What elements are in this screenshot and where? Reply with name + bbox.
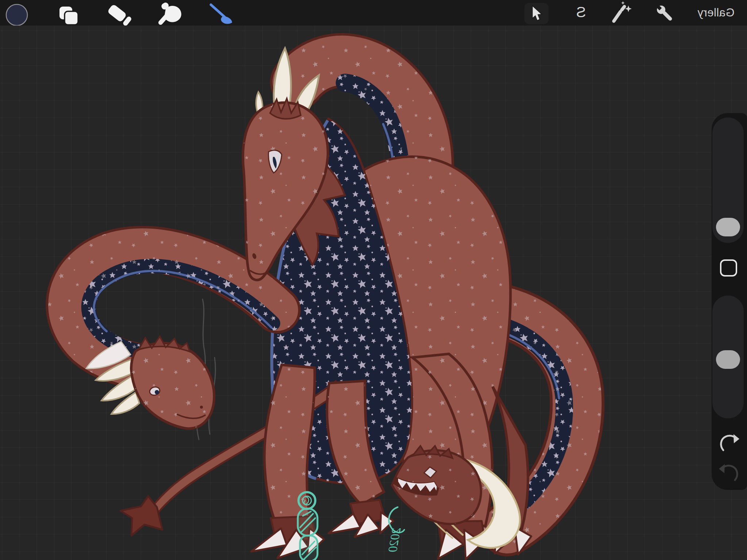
opacity-handle[interactable] <box>716 350 740 369</box>
modify-button[interactable] <box>720 259 737 277</box>
redo-arrow-icon <box>719 464 737 480</box>
sidebar-panel <box>712 113 747 490</box>
top-toolbar: S Gallery <box>0 0 747 26</box>
color-swatch-button[interactable] <box>4 0 31 26</box>
redo-button[interactable] <box>718 463 740 483</box>
gallery-button[interactable]: Gallery <box>697 0 735 26</box>
magic-wand-icon <box>609 0 635 26</box>
app-screen: 2020 <box>0 0 747 560</box>
transform-button[interactable] <box>524 0 548 26</box>
cursor-arrow-icon <box>524 0 548 26</box>
layers-icon <box>53 0 82 26</box>
drawing-canvas[interactable] <box>0 26 747 560</box>
brush-size-handle[interactable] <box>716 218 740 236</box>
undo-arrow-icon <box>721 434 739 450</box>
color-circle-icon <box>4 0 31 26</box>
selection-button[interactable]: S <box>571 0 590 26</box>
eraser-button[interactable] <box>104 0 135 26</box>
smudge-finger-icon <box>153 0 188 26</box>
brush-size-slider[interactable] <box>712 117 744 243</box>
adjustments-button[interactable] <box>609 0 635 26</box>
gallery-label: Gallery <box>697 0 735 26</box>
actions-button[interactable] <box>653 0 679 26</box>
layers-button[interactable] <box>53 0 82 26</box>
smudge-button[interactable] <box>153 0 188 26</box>
brush-icon <box>203 0 239 26</box>
undo-button[interactable] <box>718 433 740 453</box>
opacity-slider[interactable] <box>712 296 744 418</box>
selection-s-glyph: S <box>576 0 586 24</box>
brush-button[interactable] <box>203 0 239 26</box>
wrench-icon <box>653 0 679 26</box>
eraser-icon <box>104 0 135 26</box>
